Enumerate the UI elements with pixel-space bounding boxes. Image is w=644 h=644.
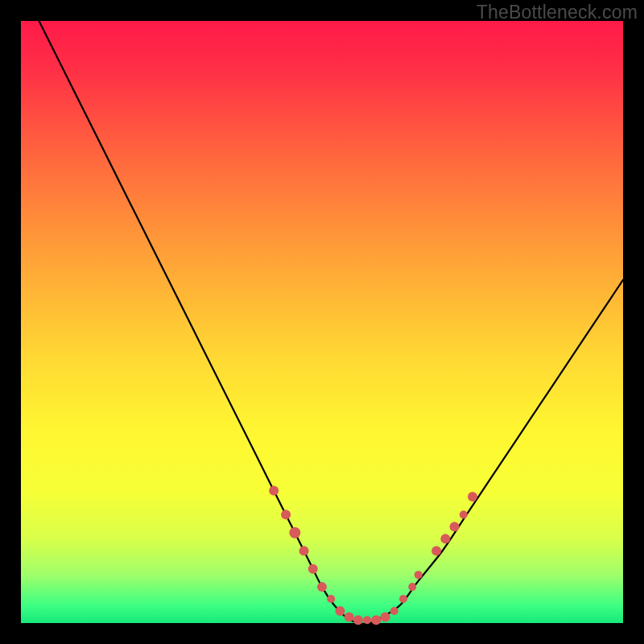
chart-svg xyxy=(21,21,623,623)
chart-frame xyxy=(21,21,623,623)
marker-dot xyxy=(345,613,354,622)
marker-dot xyxy=(390,607,398,615)
marker-dot xyxy=(353,615,363,625)
marker-dot xyxy=(317,582,327,592)
marker-dot xyxy=(408,583,416,591)
marker-dot xyxy=(381,613,390,622)
marker-dot xyxy=(440,534,450,543)
marker-dot xyxy=(289,527,300,539)
marker-dot xyxy=(327,595,335,603)
marker-dot xyxy=(363,616,371,624)
marker-dot xyxy=(269,485,279,495)
marker-dot xyxy=(415,571,423,579)
bottleneck-curve xyxy=(39,21,623,624)
marker-dot xyxy=(450,522,460,531)
marker-dot xyxy=(335,606,345,616)
marker-dot xyxy=(431,546,441,555)
marker-dot xyxy=(299,546,309,555)
marker-dot xyxy=(399,595,407,603)
marker-dot xyxy=(468,492,477,502)
marker-dot xyxy=(371,615,381,625)
marker-dot xyxy=(281,510,291,519)
highlight-markers xyxy=(269,485,477,625)
marker-dot xyxy=(460,510,468,518)
marker-dot xyxy=(308,564,318,574)
watermark-text: TheBottleneck.com xyxy=(477,2,638,23)
